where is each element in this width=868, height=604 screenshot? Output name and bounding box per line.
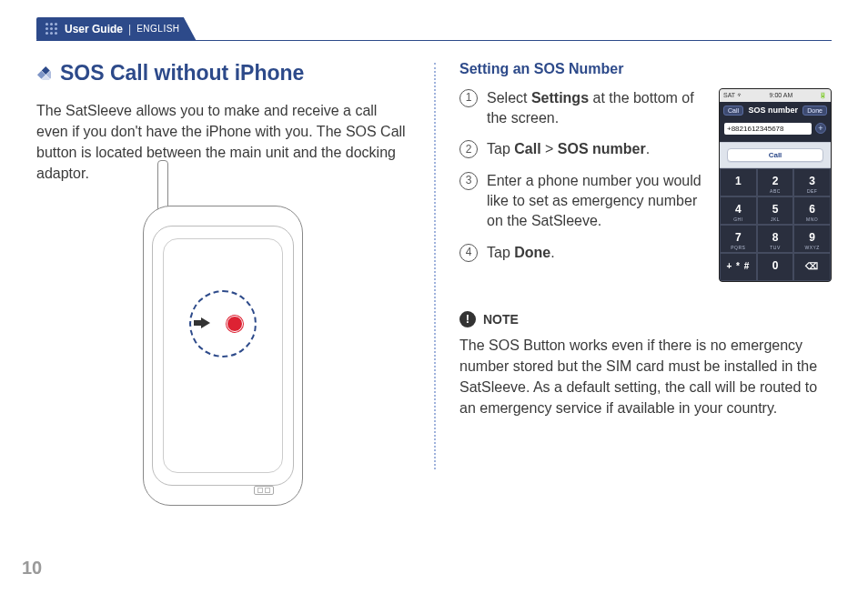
phone-done-button[interactable]: Done [802,106,827,116]
header-tab: User Guide | ENGLISH [36,17,197,41]
key-8[interactable]: 8TUV [757,225,794,253]
phone-nav-bar: Call SOS number Done [720,102,831,119]
key-4[interactable]: 4GHI [720,196,757,225]
key-7[interactable]: 7PQRS [720,225,757,253]
step-number: 1 [459,89,478,107]
step-2: 2 Tap Call > SOS number. [459,139,702,159]
phone-nav-title: SOS number [748,106,798,115]
phone-status-bar: SAT ᯤ 9:00 AM 🔋 [720,89,831,102]
battery-icon: 🔋 [819,92,827,99]
header-language: ENGLISH [136,24,179,34]
key-0[interactable]: 0 [757,253,794,281]
step-number: 4 [459,244,478,262]
note-exclamation-icon: ! [459,311,476,327]
key-1[interactable]: 1 [720,168,757,196]
phone-back-button[interactable]: Call [723,106,743,116]
phone-status-left: SAT ᯤ [723,92,743,98]
sos-button-icon [227,316,243,332]
call-button[interactable]: Call [727,148,823,162]
diamond-bullet-icon [36,65,51,80]
key-2[interactable]: 2ABC [757,168,794,196]
steps-list: 1 Select Settings at the bottom of the s… [459,88,702,282]
header-user-guide: User Guide [65,23,123,35]
key-backspace[interactable]: ⌫ [793,253,831,281]
note-label: NOTE [483,312,519,327]
phone-call-row: Call [720,142,831,168]
page-number: 10 [22,558,42,579]
step-4: 4 Tap Done. [459,243,702,263]
step-text: Tap Call > SOS number. [487,139,650,159]
note-text: The SOS Button works even if there is no… [459,335,832,419]
intro-paragraph: The SatSleeve allows you to make and rec… [36,100,409,185]
phone-status-time: 9:00 AM [770,92,793,98]
phone-input-row: +8821612345678 + [720,119,831,142]
device-illustration [36,206,409,506]
step-number: 2 [459,140,478,158]
step-text: Enter a phone number you would like to s… [487,171,702,232]
arrow-right-icon [201,317,210,328]
header-separator: | [128,23,131,35]
sos-number-input[interactable]: +8821612345678 [724,123,812,135]
column-separator [434,63,436,470]
header-dots-icon [45,23,57,35]
step-3: 3 Enter a phone number you would like to… [459,171,702,232]
step-1: 1 Select Settings at the bottom of the s… [459,88,702,129]
key-5[interactable]: 5JKL [757,196,794,225]
right-column: Setting an SOS Number 1 Select Settings … [434,61,832,507]
key-6[interactable]: 6MNO [793,196,831,225]
page-title: SOS Call without iPhone [60,61,304,86]
key-9[interactable]: 9WXYZ [793,225,831,253]
subheading: Setting an SOS Number [459,61,832,77]
step-text: Select Settings at the bottom of the scr… [487,88,702,129]
device-connector-icon [254,486,274,495]
add-contact-icon[interactable]: + [815,123,826,134]
key-3[interactable]: 3DEF [793,168,831,196]
left-column: SOS Call without iPhone The SatSleeve al… [36,61,434,507]
step-text: Tap Done. [487,243,555,263]
phone-keypad: 1 2ABC 3DEF 4GHI 5JKL 6MNO 7PQRS 8TUV 9W… [720,168,831,281]
note-header: ! NOTE [459,311,832,327]
step-number: 3 [459,172,478,190]
key-symbols[interactable]: + * # [720,253,757,281]
phone-screenshot: SAT ᯤ 9:00 AM 🔋 Call SOS number Done +88… [719,88,832,282]
